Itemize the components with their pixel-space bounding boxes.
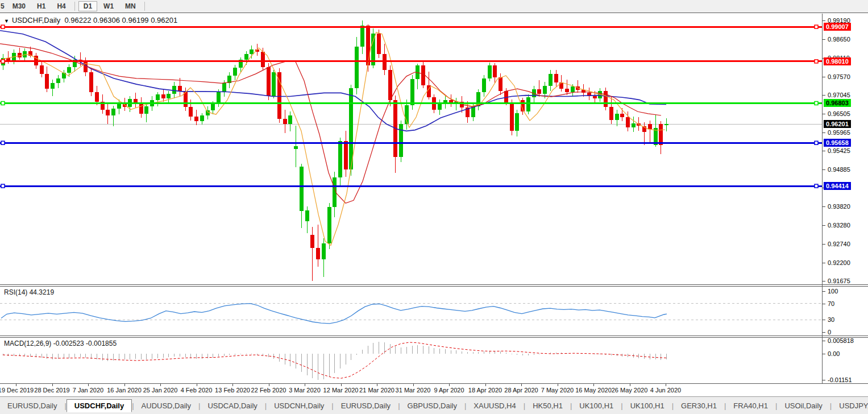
tab-uk100-10[interactable]: UK100,H1 xyxy=(623,400,672,412)
hline-handle[interactable] xyxy=(1,101,5,105)
toolbar-separator xyxy=(144,2,145,11)
date-label: 26 May 2020 xyxy=(612,387,648,394)
candle-body xyxy=(217,92,221,104)
tab-ger30-11[interactable]: GER30,H1 xyxy=(674,400,724,412)
price-tick-label: 0.97045 xyxy=(828,92,850,98)
candle-body xyxy=(294,146,298,149)
timeframe-button-h1[interactable]: H1 xyxy=(32,1,51,11)
candle-body xyxy=(283,119,287,124)
axis-tick xyxy=(823,263,825,263)
bid-price-label: 0.96201 xyxy=(824,120,851,128)
date-label: 25 Jan 2020 xyxy=(143,387,178,394)
candle-body xyxy=(499,77,502,91)
axis-tick xyxy=(823,291,825,292)
date-axis[interactable]: 19 Dec 201928 Dec 20197 Jan 202016 Jan 2… xyxy=(0,384,868,396)
axis-tick xyxy=(823,332,825,333)
timeframe-button-w1[interactable]: W1 xyxy=(98,1,119,11)
tab-uk100-9[interactable]: UK100,H1 xyxy=(572,400,621,412)
date-tick xyxy=(52,384,53,386)
price-tick-label: 0.91675 xyxy=(828,278,850,284)
macd-tick-label: -0.01151 xyxy=(828,376,852,383)
tab-usdjpy-14[interactable]: USDJPY,H1 xyxy=(832,400,868,412)
date-tick xyxy=(88,384,89,386)
price-tick-label: 0.95425 xyxy=(828,147,850,154)
price-chart-canvas xyxy=(0,14,822,284)
candle-body xyxy=(543,86,547,93)
tab-eurusd-0[interactable]: EURUSD,Daily xyxy=(0,400,64,412)
hline-handle[interactable] xyxy=(1,60,5,63)
price-tick-label: 0.92740 xyxy=(828,241,850,247)
candle-body xyxy=(56,78,60,84)
chart-title: ▼USDCHF,Daily 0.96222 0.96306 0.96199 0.… xyxy=(4,16,177,24)
hline-handle[interactable] xyxy=(815,184,818,188)
tab-usdchf-1[interactable]: USDCHF,Daily xyxy=(67,399,132,412)
timeframe-button-clipped[interactable]: 5 xyxy=(1,2,7,11)
candle-body xyxy=(45,74,49,89)
candles xyxy=(1,20,669,281)
candle-body xyxy=(305,210,309,221)
hline-handle[interactable] xyxy=(1,141,5,144)
pane-splitter[interactable] xyxy=(0,336,868,336)
date-tick xyxy=(197,384,197,386)
tab-usoil-13[interactable]: USOil,Daily xyxy=(777,400,829,412)
candle-body xyxy=(632,123,636,127)
level-price-label: 0.98010 xyxy=(824,57,851,65)
pane-splitter[interactable] xyxy=(0,284,868,285)
date-label: 18 Apr 2020 xyxy=(468,387,502,394)
candle-body xyxy=(316,248,320,259)
date-tick xyxy=(485,384,486,386)
axis-tick xyxy=(823,206,825,207)
candle-body xyxy=(222,83,226,92)
date-tick xyxy=(16,384,16,386)
tab-xauusd-7[interactable]: XAUUSD,H4 xyxy=(466,400,523,412)
hline-handle[interactable] xyxy=(815,141,818,144)
toolbar-separator xyxy=(74,2,75,11)
tab-usdcnh-4[interactable]: USDCNH,Daily xyxy=(267,400,331,412)
macd-indicator-pane[interactable]: MACD(12,26,9) -0.002523 -0.001855 xyxy=(0,338,822,383)
tab-eurusd-5[interactable]: EURUSD,Daily xyxy=(334,400,398,412)
rsi-indicator-pane[interactable]: RSI(14) 44.3219 xyxy=(0,287,822,336)
axis-tick xyxy=(823,95,825,96)
candle-body xyxy=(355,47,359,88)
timeframe-button-mn[interactable]: MN xyxy=(120,1,141,11)
candle-body xyxy=(206,110,210,115)
hline-handle[interactable] xyxy=(1,184,5,188)
rsi-line xyxy=(1,304,667,324)
candle-body xyxy=(18,53,22,58)
axis-tick xyxy=(823,20,825,21)
date-label: 4 Jun 2020 xyxy=(650,387,681,394)
tab-audusd-2[interactable]: AUDUSD,Daily xyxy=(134,400,198,412)
timeframe-button-m30[interactable]: M30 xyxy=(7,1,31,11)
candle-body xyxy=(609,107,613,120)
date-tick xyxy=(630,384,630,386)
candle-body xyxy=(261,52,265,67)
price-tick-label: 0.94885 xyxy=(828,166,850,173)
chart-dropdown-icon[interactable]: ▼ xyxy=(4,18,9,24)
macd-tick-label: 0.005818 xyxy=(828,337,854,344)
candle-body xyxy=(438,104,442,110)
axis-tick xyxy=(823,281,825,281)
axis-tick xyxy=(823,354,825,354)
price-tick-label: 0.92200 xyxy=(828,259,850,266)
toolbar-divider xyxy=(0,13,868,13)
price-tick-label: 0.96505 xyxy=(828,110,850,117)
hline-handle[interactable] xyxy=(815,101,818,105)
hline-handle[interactable] xyxy=(815,60,818,63)
price-tick-label: 0.93820 xyxy=(828,203,850,210)
fast-moving-average-line xyxy=(3,32,665,246)
tab-fra40-12[interactable]: FRA40,H1 xyxy=(726,400,775,412)
candle-body xyxy=(388,70,392,100)
tab-usdcad-3[interactable]: USDCAD,Daily xyxy=(200,400,264,412)
candle-body xyxy=(244,54,248,60)
tab-hk50-8[interactable]: HK50,H1 xyxy=(525,400,570,412)
timeframe-button-h4[interactable]: H4 xyxy=(52,1,70,11)
timeframe-button-d1[interactable]: D1 xyxy=(78,1,97,11)
candle-body xyxy=(327,207,331,243)
candle-body xyxy=(549,74,553,86)
tab-gbpusd-6[interactable]: GBPUSD,Daily xyxy=(400,400,464,412)
axis-tick xyxy=(823,77,825,77)
price-chart-pane[interactable]: ▼USDCHF,Daily 0.96222 0.96306 0.96199 0.… xyxy=(0,14,822,284)
hline-handle[interactable] xyxy=(815,25,818,28)
hline-handle[interactable] xyxy=(1,25,5,28)
rsi-label: RSI(14) 44.3219 xyxy=(4,288,54,296)
